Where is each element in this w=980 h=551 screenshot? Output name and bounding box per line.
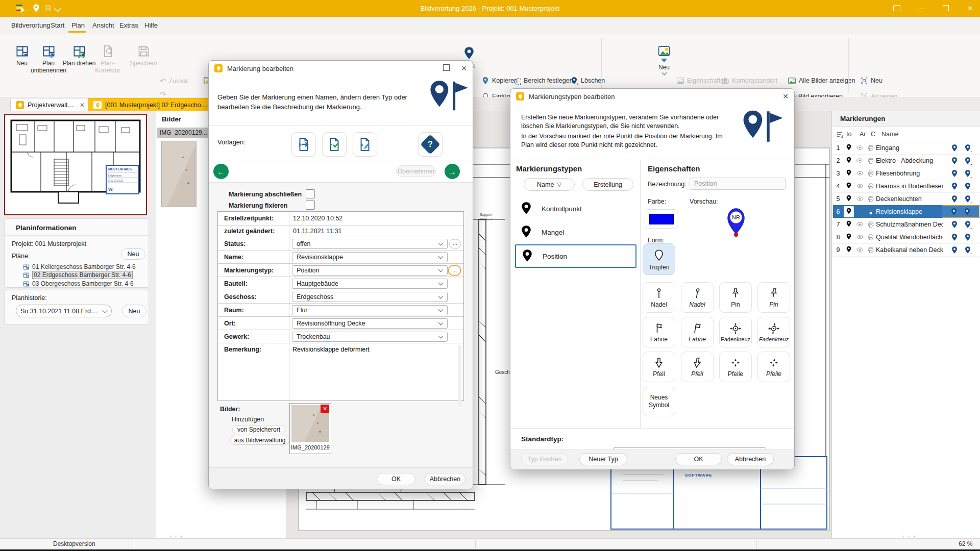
form-tropfen-button[interactable]: Tropfen <box>643 243 675 275</box>
neues-symbol-button[interactable]: Neues Symbol <box>643 387 675 416</box>
marker-edit-icon[interactable] <box>950 246 959 254</box>
symbol-pfeile-italic-button[interactable]: Pfeile <box>757 352 790 382</box>
marker-delete-icon[interactable] <box>964 169 972 178</box>
marker-delete-icon[interactable] <box>964 195 972 203</box>
col-c[interactable]: C <box>871 131 875 138</box>
tab-close-icon[interactable]: ✕ <box>80 102 85 109</box>
symbol-fahne-button[interactable]: Fahne <box>643 317 675 347</box>
col-io[interactable]: Io <box>846 131 851 138</box>
visibility-eye-icon[interactable] <box>854 182 865 190</box>
marker-delete-icon[interactable] <box>964 233 972 241</box>
plan-tree-item-03[interactable]: 03 Obergeschoss Bamberger Str. 4-6 <box>23 280 134 288</box>
symbol-pin-button[interactable]: Pin <box>719 282 752 313</box>
visibility-eye-icon[interactable] <box>854 233 865 241</box>
markierung-row-9[interactable]: 9 Kabelkanal neben Deckendur <box>833 243 979 257</box>
markierung-row-6-selected[interactable]: 6 Revisionsklappe <box>833 205 979 218</box>
ribbon-bild-eigenschaften-button[interactable]: Eigenschaften <box>676 77 727 85</box>
markierung-row-3[interactable]: 3 Fliesenbohrung <box>833 167 979 180</box>
textarea-scrollbar[interactable] <box>458 345 461 406</box>
sort-name-button[interactable]: Name▽ <box>524 178 575 191</box>
menu-ansicht[interactable]: Ansicht <box>90 20 116 31</box>
col-ar[interactable]: Ar <box>860 131 866 138</box>
sort-icon[interactable] <box>836 131 843 138</box>
ribbon-bild-neu-button[interactable]: Neu <box>652 44 676 74</box>
marker-delete-icon[interactable] <box>964 182 972 190</box>
markierungstyp-more-button[interactable]: ... <box>448 265 461 276</box>
tab-musterprojekt[interactable]: [001 Musterprojekt] 02 Erdgeschoss Bambe… <box>88 98 227 112</box>
symbol-fadenkreuz-button[interactable]: Fadenkreuz <box>719 317 752 347</box>
template-apply-icon[interactable] <box>291 132 316 157</box>
type-mangel[interactable]: Mangel <box>515 220 636 244</box>
geschoss-select[interactable]: Erdgeschoss <box>292 292 448 302</box>
symbol-nadel-italic-button[interactable]: Nadel <box>681 282 714 313</box>
print-icon[interactable] <box>865 170 876 177</box>
dialog-maximize-icon[interactable] <box>443 64 450 71</box>
type-position-selected[interactable]: Position <box>515 244 636 268</box>
raum-select[interactable]: Flur <box>292 305 448 315</box>
maximize-button[interactable] <box>938 2 953 14</box>
marker-edit-icon[interactable] <box>950 182 959 190</box>
ribbon-extern-neu-button[interactable]: Neu <box>860 77 883 85</box>
status-more-button[interactable]: ... <box>449 239 461 248</box>
minimize-button[interactable]: — <box>914 2 929 14</box>
dialog2-titlebar[interactable]: Markierungstypen bearbeiten ✕ <box>510 89 794 104</box>
aus-bildverwaltung-button[interactable]: aus Bildverwaltung <box>230 436 289 445</box>
ribbon-kamerastandort-button[interactable]: Kamerastandort <box>721 77 777 85</box>
symbol-pfeil-button[interactable]: Pfeil <box>643 352 675 382</box>
print-icon[interactable] <box>865 234 876 241</box>
marker-edit-icon[interactable] <box>950 169 959 178</box>
visibility-eye-icon[interactable] <box>854 246 865 254</box>
tab-projektverwaltung[interactable]: Projektverwaltung ✕ <box>10 98 98 112</box>
neuer-typ-button[interactable]: Neuer Typ <box>579 453 627 465</box>
planhistorie-neu-button[interactable]: Neu <box>122 305 146 317</box>
markierung-row-1[interactable]: 1 Eingang <box>833 141 979 155</box>
ort-select[interactable]: Revisionsöffnung Decke <box>292 318 448 329</box>
visibility-eye-icon[interactable] <box>854 169 865 177</box>
marker-delete-icon[interactable] <box>963 208 971 216</box>
bilder-thumbnail-photo[interactable] <box>161 141 197 207</box>
marker-delete-icon[interactable] <box>964 144 972 152</box>
sort-erstellung-button[interactable]: Erstellung <box>582 178 633 191</box>
visibility-eye-icon[interactable] <box>854 220 865 228</box>
bauteil-select[interactable]: Hauptgebäude <box>292 279 448 289</box>
markierung-row-8[interactable]: 8 Qualität Wandoberfläche <box>833 231 979 244</box>
marker-edit-icon[interactable] <box>950 220 959 229</box>
help-button[interactable]: ? <box>418 132 443 157</box>
menu-start[interactable]: Start <box>48 20 66 31</box>
print-icon[interactable] <box>865 246 876 254</box>
symbol-pfeil-italic-button[interactable]: Pfeil <box>681 352 714 382</box>
marker-edit-icon[interactable] <box>950 208 958 216</box>
dialog2-abbrechen-button[interactable]: Abbrechen <box>727 453 774 465</box>
symbol-fadenkreuz-italic-button[interactable]: Fadenkreuz <box>757 317 790 347</box>
visibility-eye-icon[interactable] <box>854 157 865 164</box>
marker-edit-icon[interactable] <box>950 195 959 203</box>
marker-delete-icon[interactable] <box>964 246 972 254</box>
print-icon[interactable] <box>865 208 876 215</box>
symbol-pfeile-button[interactable]: Pfeile <box>719 352 752 382</box>
dialog-close-icon[interactable]: ✕ <box>782 92 789 101</box>
markierungstyp-select[interactable]: Position <box>292 265 448 276</box>
bemerkung-textarea[interactable]: Revisionsklappe deformiert <box>291 345 454 399</box>
menu-hilfe[interactable]: Hilfe <box>142 20 160 31</box>
print-icon[interactable] <box>865 144 876 152</box>
dialog1-titlebar[interactable]: Markierung bearbeiten ✕ <box>209 61 473 76</box>
name-select[interactable]: Revisionsklappe <box>292 252 448 262</box>
menu-plan[interactable]: Plan <box>69 20 87 31</box>
visibility-eye-icon[interactable] <box>854 195 865 203</box>
markierung-row-5[interactable]: 5 Deckenleuchten <box>833 192 979 206</box>
plan-neu-button[interactable]: Neu <box>121 248 145 260</box>
menu-bildverortung[interactable]: Bildverortung <box>9 20 53 31</box>
gewerk-select[interactable]: Trockenbau <box>292 332 448 342</box>
print-icon[interactable] <box>865 183 876 190</box>
plan-tree-item-02-selected[interactable]: 02 Erdgeschoss Bamberger Str. 4-6 <box>23 271 133 279</box>
von-speicherort-button[interactable]: von Speicherort <box>232 425 285 434</box>
template-edit-icon[interactable] <box>353 132 377 157</box>
markierung-row-7[interactable]: 7 Schutzmaßnahmen Deckenins <box>833 218 979 231</box>
marker-delete-icon[interactable] <box>964 220 972 229</box>
marker-edit-icon[interactable] <box>950 157 959 165</box>
marker-edit-icon[interactable] <box>950 233 959 241</box>
print-icon[interactable] <box>865 221 876 228</box>
planhistorie-select[interactable]: So 31.10.2021 11:08 Erdgeschoss <box>16 305 112 317</box>
visibility-eye-icon[interactable] <box>854 144 865 152</box>
markierung-fixieren-checkbox[interactable] <box>306 201 315 210</box>
